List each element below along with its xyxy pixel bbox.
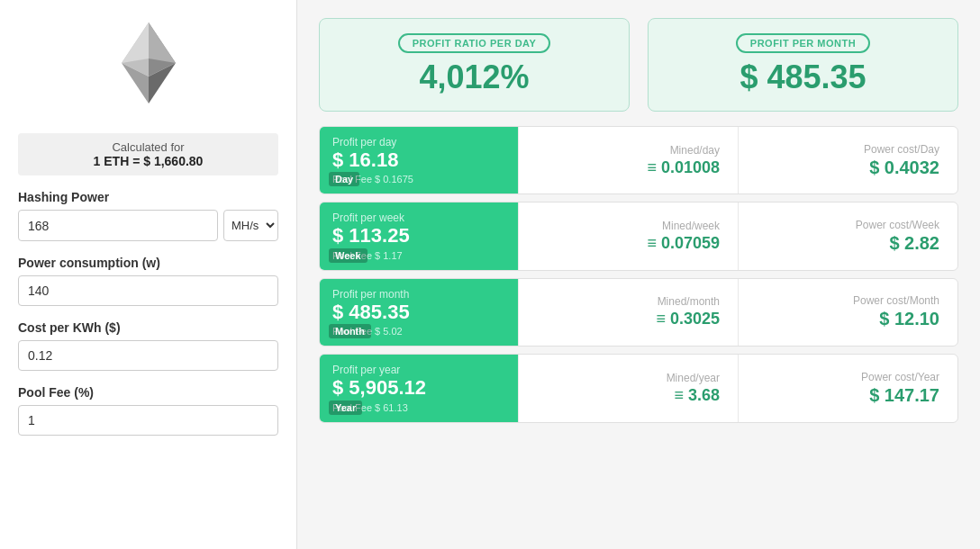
left-panel: Calculated for 1 ETH = $ 1,660.80 Hashin…: [0, 0, 297, 549]
mined-value-week: ≡ 0.07059: [647, 234, 720, 253]
hashing-power-input-row: MH/s GH/s TH/s: [18, 210, 278, 241]
mined-value-month: ≡ 0.3025: [656, 310, 720, 328]
monthly-card: PROFIT PER MONTH $ 485.35: [648, 18, 958, 112]
power-label-week: Power cost/Week: [856, 219, 939, 231]
pool-fee-input[interactable]: [18, 405, 278, 436]
power-value-week: $ 2.82: [889, 233, 939, 254]
mined-value-year: ≡ 3.68: [674, 386, 720, 405]
power-consumption-input[interactable]: [18, 275, 278, 306]
mined-value-day: ≡ 0.01008: [647, 158, 720, 177]
profit-value-week: $ 113.25: [332, 224, 505, 248]
pool-fee-label: Pool Fee (%): [18, 385, 278, 400]
cost-kwh-label: Cost per KWh ($): [18, 320, 278, 335]
power-cell-week: Power cost/Week $ 2.82: [738, 202, 957, 269]
ratio-card-label: PROFIT RATIO PER DAY: [398, 33, 551, 53]
right-panel: PROFIT RATIO PER DAY 4,012% PROFIT PER M…: [297, 0, 980, 549]
hashing-unit-select[interactable]: MH/s GH/s TH/s: [223, 210, 278, 241]
data-row-week: Profit per week $ 113.25 Pool Fee $ 1.17…: [319, 202, 958, 270]
data-row-day: Profit per day $ 16.18 Pool Fee $ 0.1675…: [319, 126, 958, 194]
calculated-label: Calculated for: [112, 140, 184, 154]
calculated-for-box: Calculated for 1 ETH = $ 1,660.80: [18, 133, 278, 176]
power-label-day: Power cost/Day: [864, 143, 939, 156]
row-tag-week: Week: [329, 248, 368, 263]
power-cell-month: Power cost/Month $ 12.10: [738, 279, 957, 346]
data-row-year: Profit per year $ 5,905.12 Pool Fee $ 61…: [319, 354, 958, 422]
mined-label-month: Mined/month: [658, 295, 720, 308]
row-cells-day: Mined/day ≡ 0.01008 Power cost/Day $ 0.4…: [518, 127, 957, 194]
row-left-year: Profit per year $ 5,905.12 Pool Fee $ 61…: [320, 355, 518, 421]
row-cells-week: Mined/week ≡ 0.07059 Power cost/Week $ 2…: [518, 202, 957, 269]
power-cell-year: Power cost/Year $ 147.17: [738, 355, 957, 421]
power-cell-day: Power cost/Day $ 0.4032: [738, 127, 957, 194]
eth-price: 1 ETH = $ 1,660.80: [29, 154, 268, 168]
row-left-day: Profit per day $ 16.18 Pool Fee $ 0.1675…: [320, 127, 518, 194]
svg-marker-4: [149, 22, 176, 63]
profit-label-week: Profit per week: [332, 212, 505, 224]
profit-value-month: $ 485.35: [332, 301, 505, 324]
profit-value-year: $ 5,905.12: [332, 376, 505, 400]
logo-area: [18, 18, 278, 119]
row-tag-year: Year: [329, 400, 362, 415]
row-left-month: Profit per month $ 485.35 Pool Fee $ 5.0…: [320, 279, 518, 346]
data-row-month: Profit per month $ 485.35 Pool Fee $ 5.0…: [319, 278, 958, 346]
mined-cell-day: Mined/day ≡ 0.01008: [518, 127, 738, 194]
row-left-week: Profit per week $ 113.25 Pool Fee $ 1.17…: [320, 202, 518, 269]
row-tag-day: Day: [329, 172, 359, 186]
cost-kwh-input[interactable]: [18, 340, 278, 371]
mined-label-year: Mined/year: [667, 372, 720, 384]
power-value-day: $ 0.4032: [869, 158, 939, 178]
summary-cards: PROFIT RATIO PER DAY 4,012% PROFIT PER M…: [319, 18, 958, 112]
profit-value-day: $ 16.18: [332, 148, 505, 172]
monthly-card-value: $ 485.35: [740, 58, 866, 96]
eth-logo-icon: [113, 18, 185, 108]
mined-cell-year: Mined/year ≡ 3.68: [518, 355, 738, 421]
monthly-card-label: PROFIT PER MONTH: [736, 33, 870, 53]
data-rows: Profit per day $ 16.18 Pool Fee $ 0.1675…: [319, 126, 958, 423]
profit-label-year: Profit per year: [332, 364, 505, 376]
cost-kwh-group: Cost per KWh ($): [18, 320, 278, 371]
mined-cell-month: Mined/month ≡ 0.3025: [518, 279, 738, 346]
power-consumption-group: Power consumption (w): [18, 256, 278, 306]
profit-label-day: Profit per day: [332, 136, 505, 148]
mined-label-week: Mined/week: [662, 220, 720, 232]
hashing-power-label: Hashing Power: [18, 190, 278, 204]
ratio-card-value: 4,012%: [419, 58, 529, 96]
row-cells-month: Mined/month ≡ 0.3025 Power cost/Month $ …: [518, 279, 957, 346]
power-value-month: $ 12.10: [879, 309, 939, 329]
row-tag-month: Month: [329, 324, 371, 338]
power-label-month: Power cost/Month: [853, 294, 939, 307]
power-value-year: $ 147.17: [869, 385, 939, 406]
power-label-year: Power cost/Year: [861, 371, 939, 383]
svg-marker-5: [122, 22, 149, 63]
mined-label-day: Mined/day: [670, 144, 720, 157]
hashing-power-group: Hashing Power MH/s GH/s TH/s: [18, 190, 278, 241]
power-consumption-label: Power consumption (w): [18, 256, 278, 270]
row-cells-year: Mined/year ≡ 3.68 Power cost/Year $ 147.…: [518, 355, 957, 421]
hashing-power-input[interactable]: [18, 210, 218, 241]
pool-fee-group: Pool Fee (%): [18, 385, 278, 436]
mined-cell-week: Mined/week ≡ 0.07059: [518, 202, 738, 269]
profit-label-month: Profit per month: [332, 288, 505, 301]
ratio-card: PROFIT RATIO PER DAY 4,012%: [319, 18, 630, 112]
